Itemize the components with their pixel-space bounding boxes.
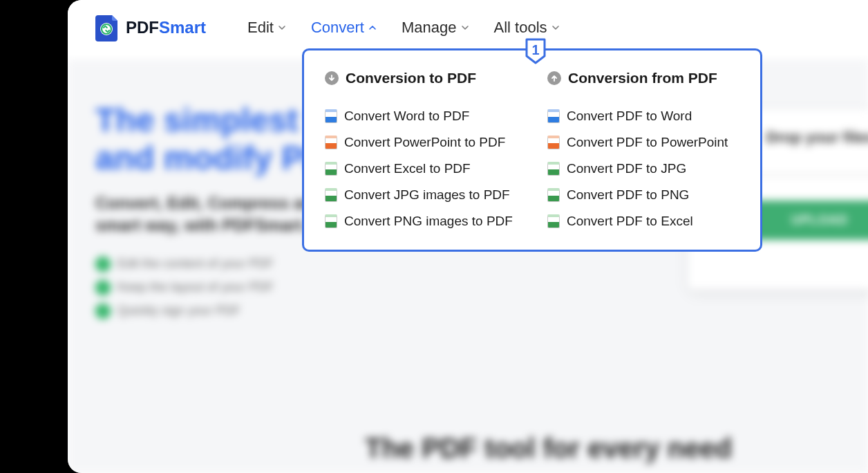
menu-item-to-1[interactable]: Convert PowerPoint to PDF	[325, 129, 517, 156]
logo-icon	[95, 14, 119, 41]
menu-item-label: Convert Word to PDF	[344, 109, 469, 124]
check-icon: ✓	[95, 304, 111, 319]
png-file-icon	[325, 214, 337, 228]
menu-item-label: Convert PDF to JPG	[567, 161, 686, 176]
menu-item-label: Convert PDF to PowerPoint	[567, 135, 728, 150]
header: PDFSmart Edit Convert Manage	[68, 0, 868, 55]
column-header-from-pdf: Conversion from PDF	[547, 70, 739, 86]
xls-file-icon	[547, 214, 560, 228]
column-header-to-pdf: Conversion to PDF	[325, 70, 517, 86]
menu-item-to-4[interactable]: Convert PNG images to PDF	[325, 208, 517, 234]
nav-all-tools[interactable]: All tools	[494, 19, 560, 37]
bullet-item: ✓Quickly sign your PDF	[95, 304, 840, 319]
ppt-file-icon	[325, 136, 337, 149]
menu-item-label: Convert Excel to PDF	[344, 161, 471, 176]
chevron-up-icon	[368, 24, 377, 32]
nav-manage[interactable]: Manage	[402, 19, 469, 37]
menu-item-label: Convert JPG images to PDF	[344, 187, 510, 203]
brand-text: PDFSmart	[126, 18, 206, 37]
menu-item-from-2[interactable]: Convert PDF to JPG	[547, 156, 739, 182]
menu-item-label: Convert PNG images to PDF	[344, 214, 513, 229]
check-icon: ✓	[95, 257, 111, 272]
app-window: PDFSmart Edit Convert Manage	[68, 0, 868, 473]
png-file-icon	[547, 188, 560, 202]
chevron-down-icon	[278, 24, 286, 32]
jpg-file-icon	[547, 162, 560, 176]
menu-item-from-1[interactable]: Convert PDF to PowerPoint	[547, 129, 739, 156]
convert-dropdown: 1 Conversion to PDF Convert Word to PDFC…	[302, 48, 762, 252]
nav-convert[interactable]: Convert	[311, 19, 377, 37]
menu-item-to-0[interactable]: Convert Word to PDF	[325, 103, 517, 129]
menu-item-to-2[interactable]: Convert Excel to PDF	[325, 156, 517, 182]
xls-file-icon	[325, 162, 337, 176]
menu-item-label: Convert PDF to PNG	[567, 187, 689, 203]
menu-item-to-3[interactable]: Convert JPG images to PDF	[325, 182, 517, 208]
menu-item-label: Convert PDF to Word	[567, 109, 692, 124]
chevron-down-icon	[461, 24, 469, 32]
jpg-file-icon	[325, 188, 337, 202]
step-badge: 1	[525, 38, 546, 64]
arrow-down-circle-icon	[325, 71, 339, 85]
chevron-down-icon	[551, 24, 560, 32]
menu-item-from-0[interactable]: Convert PDF to Word	[547, 103, 739, 129]
main-nav: Edit Convert Manage All tools	[247, 19, 560, 37]
brand-logo[interactable]: PDFSmart	[95, 14, 206, 41]
ppt-file-icon	[547, 136, 560, 149]
menu-item-label: Convert PDF to Excel	[567, 214, 693, 229]
menu-item-from-3[interactable]: Convert PDF to PNG	[547, 182, 739, 208]
step-number: 1	[531, 42, 539, 57]
arrow-up-circle-icon	[547, 71, 561, 85]
section-heading: The PDF tool for every need	[365, 433, 732, 464]
nav-edit[interactable]: Edit	[247, 19, 286, 37]
check-icon: ✓	[95, 280, 111, 295]
menu-item-from-4[interactable]: Convert PDF to Excel	[547, 208, 739, 234]
doc-file-icon	[547, 109, 560, 123]
doc-file-icon	[325, 109, 337, 123]
menu-item-label: Convert PowerPoint to PDF	[344, 135, 505, 150]
dropdown-col-to-pdf: Conversion to PDF Convert Word to PDFCon…	[310, 70, 532, 234]
dropdown-col-from-pdf: Conversion from PDF Convert PDF to WordC…	[532, 70, 755, 234]
